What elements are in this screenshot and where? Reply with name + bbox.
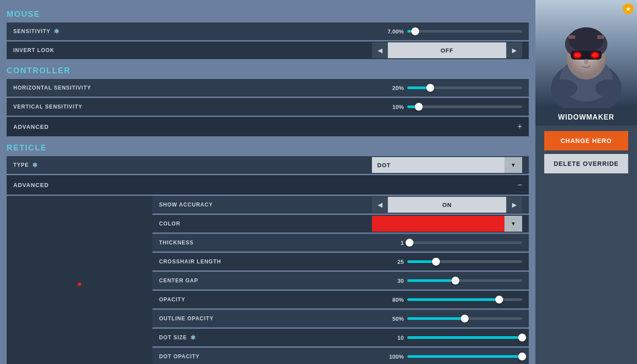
sidebar: ★ WIDOWMAKER CHANGE HERO DELETE OVERRIDE — [535, 0, 637, 364]
vertical-sensitivity-thumb[interactable] — [415, 103, 423, 111]
show-accuracy-value: ON — [388, 197, 506, 213]
reticle-advanced-collapse-icon: − — [517, 180, 522, 190]
thickness-thumb[interactable] — [406, 239, 413, 247]
invert-look-toggle[interactable]: ◀ OFF ▶ — [372, 42, 522, 58]
outline-opacity-thumb[interactable] — [461, 315, 469, 323]
reticle-advanced-label: ADVANCED — [13, 182, 517, 188]
outline-opacity-slider[interactable] — [407, 317, 522, 320]
sensitivity-slider[interactable] — [407, 30, 522, 33]
dot-opacity-thumb[interactable] — [518, 353, 526, 360]
vertical-sensitivity-track — [407, 105, 522, 108]
controller-section-title: CONTROLLER — [7, 66, 529, 75]
dot-size-slider[interactable] — [407, 336, 522, 339]
outline-opacity-label: OUTLINE OPACITY — [159, 315, 382, 322]
sensitivity-thumb[interactable] — [411, 27, 419, 35]
outline-opacity-value: 50% — [382, 315, 404, 322]
show-accuracy-row: SHOW ACCURACY ◀ ON ▶ — [152, 196, 529, 214]
outline-opacity-row: OUTLINE OPACITY 50% — [152, 310, 529, 327]
horizontal-sensitivity-label: HORIZONTAL SENSITIVITY — [13, 85, 382, 91]
show-accuracy-left-arrow[interactable]: ◀ — [372, 197, 388, 213]
opacity-slider[interactable] — [407, 298, 522, 301]
reticle-advanced-content: SHOW ACCURACY ◀ ON ▶ COLOR ▼ — [7, 196, 529, 364]
color-control[interactable]: ▼ — [372, 216, 522, 232]
crosshair-length-track — [407, 260, 522, 263]
sensitivity-track — [407, 30, 522, 33]
thickness-value: 1 — [382, 240, 404, 246]
color-dropdown-icon[interactable]: ▼ — [504, 216, 522, 232]
type-value: DOT — [372, 157, 504, 173]
reticle-section: RETICLE TYPE ✱ DOT ▼ ADVANCED − — [7, 143, 529, 364]
center-gap-thumb[interactable] — [451, 277, 459, 285]
crosshair-length-slider[interactable] — [407, 260, 522, 263]
type-row: TYPE ✱ DOT ▼ — [7, 156, 529, 174]
dot-opacity-fill — [407, 355, 522, 358]
svg-point-12 — [584, 59, 588, 64]
reticle-advanced-header[interactable]: ADVANCED − — [7, 175, 529, 195]
thickness-label: THICKNESS — [159, 240, 382, 246]
dot-opacity-row: DOT OPACITY 100% — [152, 348, 529, 364]
center-gap-value: 30 — [382, 278, 404, 284]
type-select[interactable]: DOT ▼ — [372, 157, 522, 173]
dot-size-fill — [407, 336, 522, 339]
crosshair-length-value: 25 — [382, 259, 404, 265]
center-gap-row: CENTER GAP 30 — [152, 272, 529, 289]
invert-look-right-arrow[interactable]: ▶ — [506, 42, 522, 58]
dot-opacity-label: DOT OPACITY — [159, 353, 382, 360]
outline-opacity-track — [407, 317, 522, 320]
vertical-sensitivity-row: VERTICAL SENSITIVITY 10% — [7, 98, 529, 116]
thickness-slider[interactable] — [407, 241, 522, 244]
invert-look-label: INVERT LOOK — [13, 47, 372, 53]
delete-override-button[interactable]: DELETE OVERRIDE — [544, 154, 628, 173]
reticle-preview-panel — [7, 196, 152, 364]
center-gap-label: CENTER GAP — [159, 278, 382, 284]
opacity-track — [407, 298, 522, 301]
horizontal-sensitivity-thumb[interactable] — [426, 84, 434, 92]
horizontal-sensitivity-row: HORIZONTAL SENSITIVITY 20% — [7, 79, 529, 97]
svg-point-18 — [599, 35, 603, 39]
dot-opacity-value: 100% — [382, 353, 404, 360]
crosshair-length-label: CROSSHAIR LENGTH — [159, 259, 382, 265]
sensitivity-star-icon: ✱ — [54, 28, 60, 35]
type-dropdown-icon[interactable]: ▼ — [504, 157, 522, 173]
color-row: COLOR ▼ — [152, 215, 529, 233]
invert-look-row: INVERT LOOK ◀ OFF ▶ — [7, 41, 529, 59]
mouse-section-title: MOUSE — [7, 10, 529, 19]
reticle-preview-dot — [78, 282, 81, 286]
vertical-sensitivity-label: VERTICAL SENSITIVITY — [13, 104, 382, 110]
dot-size-value: 10 — [382, 334, 404, 341]
center-gap-track — [407, 279, 522, 282]
color-swatch[interactable] — [372, 216, 504, 232]
thickness-track — [407, 241, 522, 244]
svg-point-6 — [569, 27, 604, 52]
controller-advanced-header[interactable]: ADVANCED + — [7, 117, 529, 136]
vertical-sensitivity-slider[interactable] — [407, 105, 522, 108]
svg-point-17 — [570, 35, 573, 39]
show-accuracy-toggle[interactable]: ◀ ON ▶ — [372, 197, 522, 213]
change-hero-button[interactable]: CHANGE HERO — [544, 131, 628, 150]
type-label: TYPE ✱ — [13, 161, 372, 169]
opacity-thumb[interactable] — [495, 296, 503, 304]
thickness-row: THICKNESS 1 — [152, 234, 529, 251]
sensitivity-label: SENSITIVITY ✱ — [13, 28, 382, 35]
controller-advanced-expand-icon: + — [517, 122, 522, 131]
hero-name: WIDOWMAKER — [535, 108, 637, 126]
main-content: MOUSE SENSITIVITY ✱ 7.00% INVERT LOOK ◀ … — [0, 0, 535, 364]
sensitivity-value: 7.00% — [382, 28, 404, 35]
horizontal-sensitivity-track — [407, 86, 522, 89]
dot-size-thumb[interactable] — [518, 334, 526, 341]
vertical-sensitivity-value: 10% — [382, 104, 404, 110]
horizontal-sensitivity-slider[interactable] — [407, 86, 522, 89]
show-accuracy-right-arrow[interactable]: ▶ — [506, 197, 522, 213]
dot-opacity-track — [407, 355, 522, 358]
invert-look-left-arrow[interactable]: ◀ — [372, 42, 388, 58]
opacity-label: OPACITY — [159, 296, 382, 303]
center-gap-slider[interactable] — [407, 279, 522, 282]
dot-opacity-slider[interactable] — [407, 355, 522, 358]
invert-look-value: OFF — [388, 42, 506, 58]
crosshair-length-thumb[interactable] — [432, 258, 440, 266]
controller-section: CONTROLLER HORIZONTAL SENSITIVITY 20% VE… — [7, 66, 529, 136]
reticle-section-title: RETICLE — [7, 143, 529, 153]
mouse-section: MOUSE SENSITIVITY ✱ 7.00% INVERT LOOK ◀ … — [7, 10, 529, 59]
opacity-fill — [407, 298, 499, 301]
dot-size-track — [407, 336, 522, 339]
